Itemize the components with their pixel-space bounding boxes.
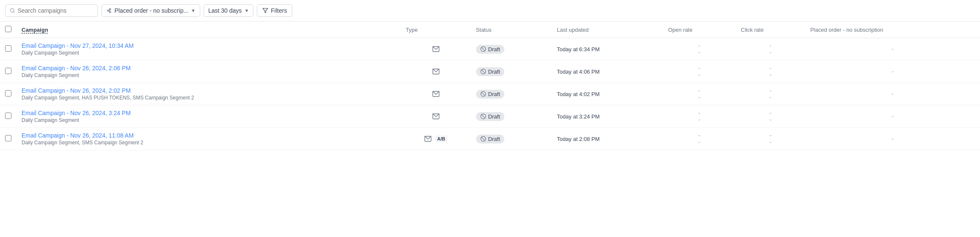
open-rate-value: - <box>668 87 731 94</box>
filter-segment-label: Placed order - no subscrip... <box>114 7 188 14</box>
campaign-name-link[interactable]: Email Campaign - Nov 26, 2024, 2:02 PM <box>22 87 396 94</box>
row-checkbox[interactable] <box>5 68 11 74</box>
click-rate-value: - <box>741 87 800 94</box>
click-rate-cell: - - <box>736 38 805 61</box>
svg-line-1 <box>14 11 14 12</box>
open-rate-value: - <box>668 65 731 72</box>
last-updated-cell: Today at 3:24 PM <box>552 105 663 128</box>
campaign-name-link[interactable]: Email Campaign - Nov 27, 2024, 10:34 AM <box>22 42 396 49</box>
chevron-down-icon: ▼ <box>191 8 196 13</box>
open-rate-cell: - - <box>663 105 736 128</box>
campaign-name-link[interactable]: Email Campaign - Nov 26, 2024, 3:24 PM <box>22 110 396 116</box>
header-open-rate: Open rate <box>663 22 736 38</box>
campaign-cell: Email Campaign - Nov 26, 2024, 2:06 PM D… <box>16 61 401 83</box>
date-range-dropdown[interactable]: Last 30 days ▼ <box>204 4 253 17</box>
campaigns-table: Campaign Type Status Last updated Open r… <box>0 22 980 150</box>
type-icon-container <box>406 68 466 75</box>
status-label: Draft <box>488 46 500 52</box>
status-badge: Draft <box>476 135 504 143</box>
click-rate-cell: - - <box>736 105 805 128</box>
row-checkbox-cell <box>0 128 16 150</box>
placed-order-cell: - <box>805 38 980 61</box>
click-rate-value: - <box>741 65 800 72</box>
campaign-cell: Email Campaign - Nov 27, 2024, 10:34 AM … <box>16 38 401 61</box>
campaign-cell: Email Campaign - Nov 26, 2024, 3:24 PM D… <box>16 105 401 128</box>
type-icon-container <box>406 45 466 53</box>
table-row: Email Campaign - Nov 27, 2024, 10:34 AM … <box>0 38 980 61</box>
svg-line-22 <box>481 137 485 141</box>
open-rate-cell: - - <box>663 128 736 150</box>
type-icon-container: A/B <box>406 135 466 143</box>
placed-order-cell: - <box>805 128 980 150</box>
svg-line-19 <box>481 115 485 118</box>
open-rate-secondary: - <box>668 94 731 101</box>
row-checkbox[interactable] <box>5 45 11 52</box>
header-click-rate: Click rate <box>736 22 805 38</box>
click-rate-secondary: - <box>741 72 800 78</box>
row-checkbox[interactable] <box>5 113 11 119</box>
toolbar: Placed order - no subscrip... ▼ Last 30 … <box>0 0 980 22</box>
status-label: Draft <box>488 69 500 75</box>
filter-icon <box>262 8 268 14</box>
svg-marker-7 <box>263 8 268 13</box>
open-rate-secondary: - <box>668 139 731 146</box>
type-cell <box>401 105 471 128</box>
campaigns-table-container: Campaign Type Status Last updated Open r… <box>0 22 980 150</box>
open-rate-cell: - - <box>663 38 736 61</box>
campaign-segment: Daily Campaign Segment <box>22 72 396 78</box>
filter-segment-dropdown[interactable]: Placed order - no subscrip... ▼ <box>101 4 200 17</box>
type-cell <box>401 61 471 83</box>
last-updated-cell: Today at 4:02 PM <box>552 83 663 105</box>
row-checkbox[interactable] <box>5 90 11 96</box>
draft-status-icon <box>480 91 486 97</box>
click-rate-secondary: - <box>741 49 800 56</box>
status-cell: Draft <box>471 38 552 61</box>
placed-order-value: - <box>892 113 894 120</box>
last-updated-value: Today at 3:24 PM <box>557 113 599 120</box>
segment-filter-icon <box>106 8 112 14</box>
placed-order-value: - <box>892 91 894 97</box>
type-cell <box>401 38 471 61</box>
last-updated-cell: Today at 6:34 PM <box>552 38 663 61</box>
row-checkbox-cell <box>0 61 16 83</box>
campaign-segment: Daily Campaign Segment, SMS Campaign Seg… <box>22 140 396 146</box>
row-checkbox[interactable] <box>5 135 11 141</box>
click-rate-value: - <box>741 42 800 49</box>
placed-order-value: - <box>892 135 894 142</box>
table-header-row: Campaign Type Status Last updated Open r… <box>0 22 980 38</box>
email-icon <box>432 90 440 98</box>
filters-label: Filters <box>271 7 287 14</box>
table-row: Email Campaign - Nov 26, 2024, 2:06 PM D… <box>0 61 980 83</box>
click-rate-value: - <box>741 132 800 139</box>
table-row: Email Campaign - Nov 26, 2024, 11:08 AM … <box>0 128 980 150</box>
type-cell: A/B <box>401 128 471 150</box>
click-rate-secondary: - <box>741 94 800 101</box>
email-icon <box>432 68 440 75</box>
email-icon <box>432 45 440 53</box>
last-updated-cell: Today at 2:08 PM <box>552 128 663 150</box>
table-body: Email Campaign - Nov 27, 2024, 10:34 AM … <box>0 38 980 150</box>
header-campaign: Campaign <box>16 22 401 38</box>
filters-button[interactable]: Filters <box>257 4 292 17</box>
svg-line-16 <box>481 92 485 96</box>
status-badge: Draft <box>476 67 504 76</box>
select-all-checkbox[interactable] <box>5 26 11 32</box>
email-icon <box>432 113 440 120</box>
search-input[interactable] <box>18 7 93 14</box>
click-rate-secondary: - <box>741 116 800 123</box>
table-row: Email Campaign - Nov 26, 2024, 3:24 PM D… <box>0 105 980 128</box>
draft-status-icon <box>480 136 486 142</box>
row-checkbox-cell <box>0 38 16 61</box>
date-range-label: Last 30 days <box>208 7 242 14</box>
header-placed-order: Placed order - no subscription <box>805 22 980 38</box>
email-icon <box>424 135 432 143</box>
draft-status-icon <box>480 46 486 52</box>
campaign-name-link[interactable]: Email Campaign - Nov 26, 2024, 2:06 PM <box>22 65 396 72</box>
search-box[interactable] <box>5 4 98 17</box>
last-updated-value: Today at 2:08 PM <box>557 136 599 142</box>
ab-badge: A/B <box>435 135 447 142</box>
last-updated-value: Today at 4:02 PM <box>557 91 599 97</box>
status-cell: Draft <box>471 83 552 105</box>
status-cell: Draft <box>471 61 552 83</box>
campaign-name-link[interactable]: Email Campaign - Nov 26, 2024, 11:08 AM <box>22 132 396 139</box>
